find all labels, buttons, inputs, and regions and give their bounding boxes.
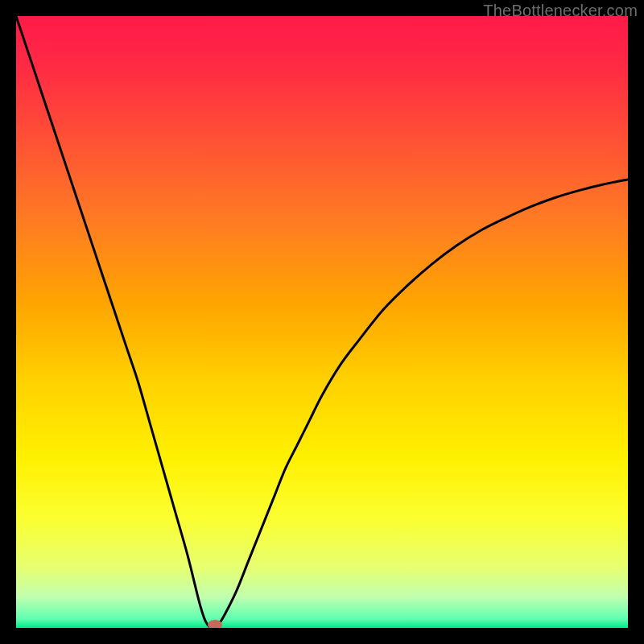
- chart-background: [16, 16, 628, 628]
- chart-frame: [16, 16, 628, 628]
- bottleneck-chart: [16, 16, 628, 628]
